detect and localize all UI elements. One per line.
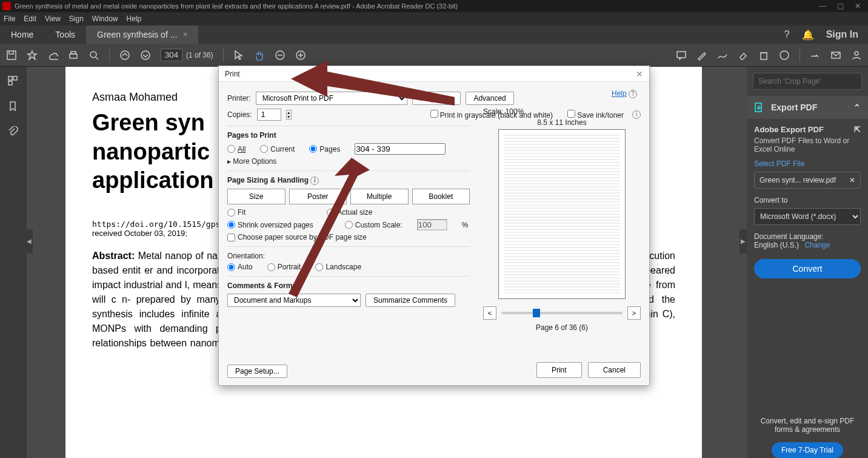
comments-heading: Comments & Forms bbox=[227, 281, 470, 290]
radio-current[interactable]: Current bbox=[260, 145, 295, 153]
slider-handle[interactable] bbox=[533, 309, 540, 317]
seg-booklet-button[interactable]: Booklet bbox=[412, 189, 470, 204]
printer-select[interactable]: Microsoft Print to PDF bbox=[256, 92, 407, 105]
tab-tools-label: Tools bbox=[55, 30, 75, 39]
cancel-button[interactable]: Cancel bbox=[588, 362, 641, 378]
summarize-comments-button[interactable]: Summarize Comments bbox=[366, 294, 455, 307]
radio-all[interactable]: All bbox=[227, 145, 245, 153]
draw-icon[interactable] bbox=[717, 50, 728, 61]
collapse-left-handle[interactable]: ◀ bbox=[25, 229, 33, 254]
convert-format-select[interactable]: Microsoft Word (*.docx) bbox=[754, 208, 861, 225]
radio-actual[interactable]: Actual size bbox=[327, 208, 372, 217]
comment-icon[interactable] bbox=[676, 50, 687, 61]
abstract-label: Abstract: bbox=[92, 251, 135, 261]
preview-slider[interactable] bbox=[501, 312, 623, 314]
left-rail bbox=[0, 67, 27, 458]
orient-portrait[interactable]: Portrait bbox=[267, 263, 301, 271]
erase-icon[interactable] bbox=[738, 50, 749, 61]
collapse-right-handle[interactable]: ▶ bbox=[739, 229, 747, 254]
sizing-info-icon[interactable]: i bbox=[310, 177, 319, 185]
seg-poster-button[interactable]: Poster bbox=[289, 189, 347, 204]
page-down-icon[interactable] bbox=[140, 50, 151, 61]
seg-size-button[interactable]: Size bbox=[227, 189, 285, 204]
dialog-title-label: Print bbox=[225, 70, 240, 78]
page-setup-button[interactable]: Page Setup... bbox=[227, 365, 287, 378]
svg-line-5 bbox=[96, 57, 98, 59]
hand-tool-icon[interactable] bbox=[254, 50, 265, 61]
select-tool-icon[interactable] bbox=[233, 50, 244, 61]
select-pdf-link[interactable]: Select PDF File bbox=[754, 160, 861, 168]
print-button[interactable]: Print bbox=[536, 362, 582, 378]
zoom-out-icon[interactable] bbox=[275, 50, 285, 61]
zoom-icon[interactable] bbox=[88, 50, 99, 61]
svg-rect-20 bbox=[8, 76, 12, 80]
more-options-toggle[interactable]: ▸ More Options bbox=[227, 157, 470, 166]
change-language-link[interactable]: Change bbox=[804, 241, 830, 249]
copies-up-icon[interactable]: ▲ bbox=[287, 110, 291, 115]
page-total-label: (1 of 36) bbox=[186, 51, 213, 59]
separator bbox=[223, 49, 224, 62]
dialog-close-icon[interactable]: ✕ bbox=[636, 69, 643, 79]
attachment-icon[interactable] bbox=[7, 126, 19, 138]
menu-help[interactable]: Help bbox=[127, 15, 142, 23]
properties-button[interactable]: Properties bbox=[412, 92, 461, 105]
copies-input[interactable] bbox=[257, 109, 281, 121]
close-window-button[interactable]: ✕ bbox=[855, 2, 861, 10]
minimize-button[interactable]: — bbox=[819, 2, 826, 10]
profile-icon[interactable] bbox=[851, 50, 862, 61]
tab-document[interactable]: Green synthesis of ... × bbox=[86, 25, 198, 44]
thumbnails-icon[interactable] bbox=[7, 75, 19, 87]
menu-sign[interactable]: Sign bbox=[69, 15, 84, 23]
tools-search-input[interactable] bbox=[753, 73, 862, 90]
highlight-icon[interactable] bbox=[696, 50, 707, 61]
radio-fit[interactable]: Fit bbox=[227, 208, 245, 217]
tab-home-label: Home bbox=[11, 30, 33, 39]
bell-icon[interactable]: 🔔 bbox=[802, 29, 814, 41]
menu-view[interactable]: View bbox=[45, 15, 61, 23]
export-body: Adobe Export PDF ⇱ Convert PDF Files to … bbox=[747, 119, 868, 285]
menu-file[interactable]: File bbox=[4, 15, 15, 23]
delete-icon[interactable] bbox=[758, 50, 769, 61]
free-trial-button[interactable]: Free 7-Day Trial bbox=[772, 442, 843, 458]
page-up-icon[interactable] bbox=[119, 50, 130, 61]
convert-button[interactable]: Convert bbox=[754, 259, 861, 278]
radio-shrink[interactable]: Shrink oversized pages bbox=[227, 221, 313, 229]
copies-down-icon[interactable]: ▼ bbox=[287, 115, 291, 119]
star-icon[interactable] bbox=[27, 50, 38, 61]
comments-select[interactable]: Document and Markups bbox=[227, 294, 361, 307]
choose-paper-checkbox[interactable]: Choose paper source by PDF page size bbox=[227, 233, 367, 241]
help-link[interactable]: Help ? bbox=[612, 89, 637, 98]
save-icon[interactable] bbox=[6, 50, 17, 61]
preview-next-button[interactable]: > bbox=[627, 306, 641, 320]
mail-icon[interactable] bbox=[830, 50, 841, 61]
radio-custom-scale[interactable]: Custom Scale: bbox=[345, 221, 402, 229]
print-icon[interactable] bbox=[68, 50, 79, 61]
tab-home[interactable]: Home bbox=[0, 25, 44, 44]
radio-pages[interactable]: Pages bbox=[309, 145, 340, 153]
export-pdf-header[interactable]: Export PDF ⌃ bbox=[747, 96, 868, 119]
orient-auto[interactable]: Auto bbox=[227, 263, 253, 271]
cloud-icon[interactable] bbox=[47, 50, 58, 61]
tab-tools[interactable]: Tools bbox=[44, 25, 86, 44]
page-number-input[interactable] bbox=[161, 49, 182, 61]
menu-edit[interactable]: Edit bbox=[24, 15, 36, 23]
sign-in-link[interactable]: Sign In bbox=[826, 29, 858, 40]
advanced-button[interactable]: Advanced bbox=[466, 92, 513, 105]
help-icon[interactable]: ? bbox=[784, 29, 790, 40]
zoom-in-icon[interactable] bbox=[295, 50, 306, 61]
sign-tool-icon[interactable] bbox=[810, 50, 821, 61]
tab-bar: Home Tools Green synthesis of ... × ? 🔔 … bbox=[0, 25, 868, 44]
tab-close-icon[interactable]: × bbox=[183, 30, 187, 39]
pages-range-input[interactable] bbox=[355, 143, 446, 155]
orient-landscape[interactable]: Landscape bbox=[315, 263, 361, 271]
chevron-up-icon[interactable]: ⌃ bbox=[853, 103, 861, 112]
bookmark-icon[interactable] bbox=[7, 101, 19, 113]
more-icon[interactable] bbox=[779, 50, 790, 61]
seg-multiple-button[interactable]: Multiple bbox=[350, 189, 409, 204]
print-preview: Scale: 100% 8.5 x 11 Inches < > Page 6 o… bbox=[483, 107, 641, 332]
maximize-button[interactable]: ▢ bbox=[837, 2, 844, 10]
remove-file-icon[interactable]: ✕ bbox=[849, 176, 855, 184]
preview-prev-button[interactable]: < bbox=[483, 306, 496, 320]
share-icon[interactable]: ⇱ bbox=[854, 125, 861, 134]
menu-window[interactable]: Window bbox=[92, 15, 118, 23]
